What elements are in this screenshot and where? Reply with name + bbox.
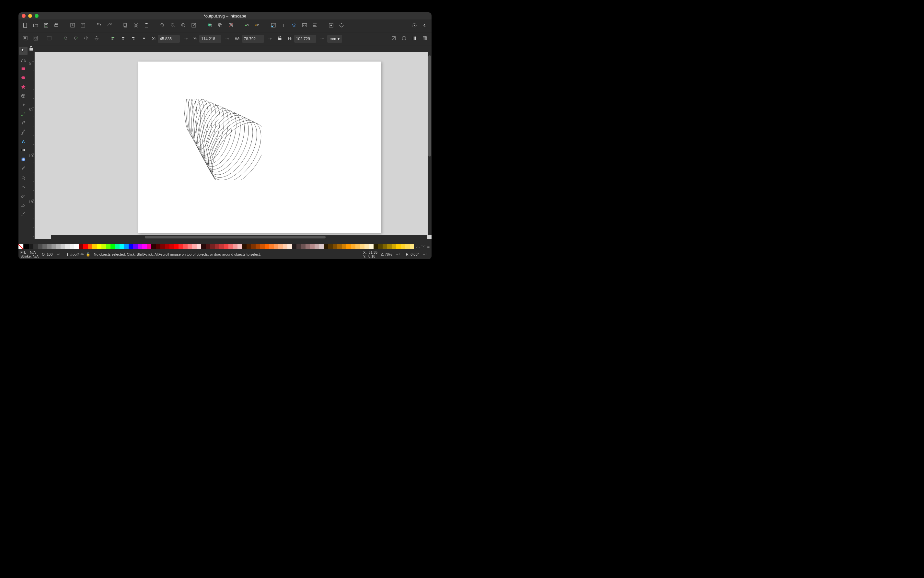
calligraphy-tool[interactable] [19,128,28,137]
chevron-left-button[interactable] [420,21,430,31]
swatch[interactable] [224,244,228,249]
zoom-drawing-button[interactable] [189,21,199,31]
swatch[interactable] [161,244,165,249]
swatch[interactable] [310,244,315,249]
swatch[interactable] [387,244,392,249]
swatch[interactable] [93,244,97,249]
swatch[interactable] [373,244,378,249]
swatch[interactable] [351,244,356,249]
snap-toggle-button[interactable] [409,21,419,31]
palette-scroll-down-icon[interactable]: ﹀ [422,244,426,250]
export-button[interactable] [78,21,88,31]
swatch[interactable] [29,244,33,249]
ungroup-button[interactable] [252,21,262,31]
swatch[interactable] [265,244,269,249]
unit-dropdown[interactable]: mm▾ [327,35,342,43]
text-tool-button[interactable]: T [279,21,289,31]
swatch[interactable] [120,244,124,249]
prefs-button[interactable] [326,21,336,31]
rotate-cw-button[interactable] [71,34,81,44]
rotation-control[interactable]: R: 0.00° − + [406,250,430,258]
swatch[interactable] [47,244,52,249]
align-button[interactable] [310,21,320,31]
swatch[interactable] [333,244,337,249]
swatch[interactable] [296,244,301,249]
star-tool[interactable] [19,83,28,91]
swatch[interactable] [410,244,414,249]
swatch[interactable] [337,244,342,249]
layer-visibility-icon[interactable]: 👁 [80,252,84,256]
new-doc-button[interactable] [20,21,30,31]
ellipse-tool[interactable] [19,74,28,82]
height-stepper[interactable]: − + [317,35,326,43]
swatch[interactable] [60,244,65,249]
zoom-stepper[interactable]: − + [393,250,403,258]
swatch[interactable] [74,244,79,249]
xml-button[interactable]: <> [300,21,309,31]
y-input[interactable] [199,35,221,43]
move-patterns-button[interactable] [420,34,430,44]
swatch[interactable] [133,244,138,249]
swatch[interactable] [378,244,383,249]
swatch[interactable] [179,244,183,249]
swatch[interactable] [283,244,287,249]
swatch[interactable] [269,244,274,249]
clone-button[interactable] [216,21,225,31]
swatch[interactable] [192,244,196,249]
ruler-vertical[interactable]: 050100150200 [28,52,35,239]
group-button[interactable] [242,21,252,31]
pencil-tool[interactable] [19,110,28,119]
swatch[interactable] [292,244,296,249]
mesh-tool[interactable] [19,156,28,164]
save-doc-button[interactable] [41,21,51,31]
swatch[interactable] [206,244,210,249]
swatch[interactable] [228,244,233,249]
swatch[interactable] [242,244,247,249]
opacity-control[interactable]: O: 100 − + [42,250,63,258]
swatch[interactable] [260,244,265,249]
y-stepper[interactable]: − + [222,35,232,43]
swatch[interactable] [247,244,251,249]
flip-h-button[interactable] [81,34,91,44]
swatch[interactable] [65,244,70,249]
width-input[interactable] [242,35,264,43]
swatch[interactable] [278,244,283,249]
scrollbar-h-thumb[interactable] [145,236,325,239]
swatch[interactable] [106,244,110,249]
swatch[interactable] [188,244,192,249]
gradient-tool[interactable] [19,146,28,155]
swatch[interactable] [70,244,74,249]
rotation-stepper[interactable]: − + [420,250,430,258]
swatch[interactable] [301,244,305,249]
eraser-tool[interactable] [19,201,28,209]
rect-tool[interactable] [19,65,28,73]
swatch[interactable] [196,244,201,249]
duplicate-button[interactable] [205,21,215,31]
swatch[interactable] [24,244,29,249]
zoom-page-button[interactable]: 1 [179,21,188,31]
swatch[interactable] [128,244,133,249]
lock-aspect-button[interactable] [275,34,285,44]
align-c-button[interactable] [118,34,128,44]
swatch[interactable] [305,244,310,249]
open-doc-button[interactable] [31,21,41,31]
selector-tool[interactable] [19,47,28,55]
align-l-button[interactable] [108,34,118,44]
swatch[interactable] [83,244,88,249]
swatch[interactable] [360,244,364,249]
swatch[interactable] [42,244,47,249]
swatch[interactable] [115,244,120,249]
3dbox-tool[interactable] [19,92,28,101]
swatch[interactable] [287,244,292,249]
rotate-ccw-button[interactable] [60,34,70,44]
swatch[interactable] [52,244,56,249]
zoom-in-button[interactable] [158,21,167,31]
swatch[interactable] [33,244,38,249]
swatch[interactable] [215,244,219,249]
palette-scroll-up-icon[interactable]: ︿ [416,244,420,250]
ruler-corner-lock[interactable] [28,45,35,52]
select-same-button[interactable] [31,34,41,44]
redo-button[interactable] [105,21,114,31]
swatch[interactable] [342,244,346,249]
connector-tool[interactable] [19,210,28,218]
